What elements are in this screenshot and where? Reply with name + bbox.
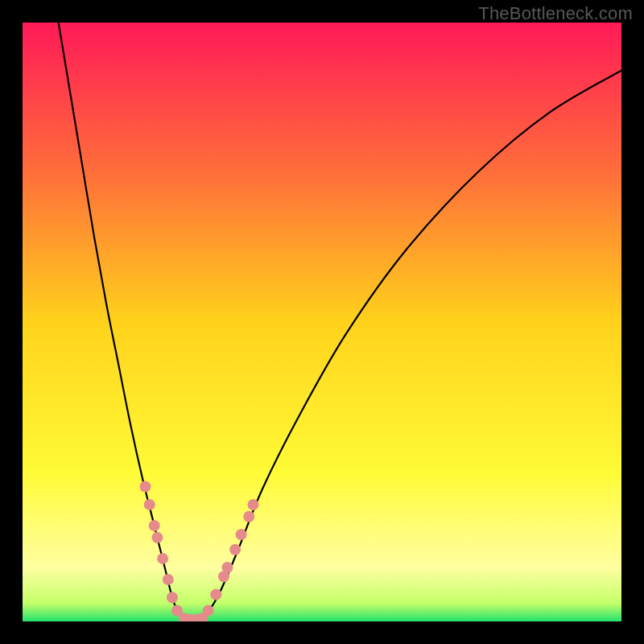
marker-dot [221,562,233,573]
marker-dot [243,511,254,522]
marker-dot [210,589,221,601]
marker-dot [140,481,151,493]
chart-frame [23,23,621,621]
marker-dot [144,499,155,510]
marker-dot [151,532,163,543]
marker-dot [203,605,214,617]
marker-dot [163,574,174,585]
marker-dot [247,499,258,510]
marker-dot [236,529,247,540]
marker-dot [167,592,178,603]
marker-dot [149,520,160,531]
watermark-text: TheBottleneck.com [478,3,633,24]
marker-dot [157,553,168,564]
gradient-background [23,23,621,621]
marker-dot [229,544,241,555]
bottleneck-curve-chart [23,23,621,621]
